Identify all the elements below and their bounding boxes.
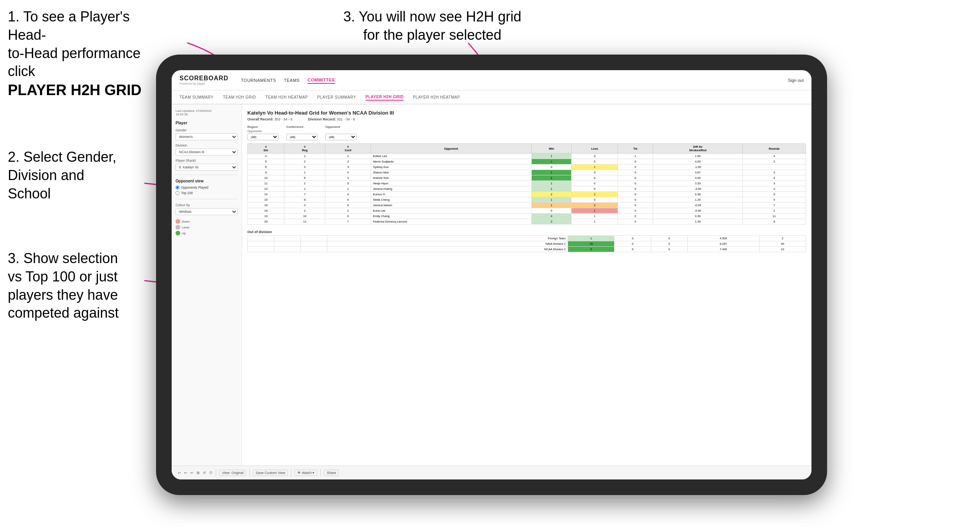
table-cell: 1 [531, 154, 572, 159]
table-cell: 0 [572, 175, 618, 181]
record-row: Overall Record: 353 - 34 - 6 Division Re… [247, 117, 806, 121]
table-cell: 7 [742, 203, 806, 208]
colour-by-label: Colour by [176, 203, 238, 207]
table-cell: 4.00 [653, 175, 743, 181]
view-original-btn[interactable]: View: Original [219, 470, 246, 476]
table-cell: -3.00 [653, 186, 743, 192]
step3-bottom-text: 3. Show selectionvs Top 100 or justplaye… [8, 250, 119, 321]
nav-teams[interactable]: TEAMS [284, 77, 300, 83]
table-cell: 7 [325, 219, 371, 225]
table-cell: 1 [572, 164, 618, 170]
nav-committee[interactable]: COMMITTEE [307, 77, 335, 84]
table-row: 914Sharon Mun1003.673 [248, 170, 806, 175]
table-cell: 11 [248, 181, 284, 186]
radio-top100[interactable]: Top 100 [176, 191, 238, 195]
bottom-toolbar: ↩ ↩ ↩ ⊞ ↺ ⏱ View: Original Save Custom V… [172, 465, 811, 479]
table-cell: 0 [618, 219, 653, 225]
reset-icon[interactable]: ↩ [190, 471, 194, 475]
conference-label: Conference [286, 125, 318, 129]
header-right: Sign out [788, 78, 804, 83]
subnav-player-h2h[interactable]: PLAYER H2H GRID [366, 94, 404, 101]
sign-out-link[interactable]: Sign out [788, 78, 804, 83]
ood-cell: 0 [651, 241, 688, 247]
legend-level-label: Level [182, 226, 189, 229]
player-rank-label: Player (Rank) [176, 159, 238, 163]
table-cell: Euna Lee [371, 208, 531, 214]
table-cell: 1 [531, 159, 572, 164]
subnav-player-heatmap[interactable]: PLAYER H2H HEATMAP [413, 94, 460, 100]
division-select[interactable]: NCAA Division III [176, 149, 238, 156]
table-cell: 2 [572, 192, 618, 197]
left-panel: Last Updated: 27/03/2024 16:55:38 Player… [172, 104, 242, 465]
refresh-icon[interactable]: ↺ [203, 471, 206, 475]
table-cell: 4 [742, 197, 806, 203]
gender-select[interactable]: Women's [176, 133, 238, 140]
table-cell: 3 [325, 175, 371, 181]
col-loss: Loss [572, 144, 618, 154]
radio-opponents-played[interactable]: Opponents Played [176, 186, 238, 189]
radio-top100-label: Top 100 [181, 191, 193, 195]
table-row: 1125Heejo Hyun1003.333 [248, 181, 806, 186]
ood-cell: 0 [614, 247, 651, 252]
subnav-team-heatmap[interactable]: TEAM H2H HEATMAP [265, 94, 308, 100]
tablet-device: SCOREBOARD Powered by clippd TOURNAMENTS… [156, 55, 827, 495]
opponent-label: Opponent [325, 125, 357, 129]
opponent-view-title: Opponent view [176, 179, 238, 183]
ood-cell: 10 [759, 247, 806, 252]
table-cell: 6 [248, 164, 284, 170]
toolbar-divider [216, 469, 216, 477]
table-cell: 6 [325, 203, 371, 208]
legend-area: Down Level Up [176, 219, 238, 235]
table-cell: 0 [618, 197, 653, 203]
table-cell: 0.38 [653, 192, 743, 197]
table-cell: 0 [618, 175, 653, 181]
opponent-select[interactable]: (All) [325, 134, 357, 140]
share-btn[interactable]: Share [324, 470, 339, 476]
table-cell: 2 [284, 181, 325, 186]
table-cell: 0 [572, 186, 618, 192]
watch-btn[interactable]: 👁 Watch ▾ [295, 470, 317, 476]
table-cell: -5.00 [653, 208, 743, 214]
table-cell: 0 [618, 181, 653, 186]
table-cell: 3 [284, 164, 325, 170]
save-custom-btn[interactable]: Save Custom View [253, 470, 288, 476]
col-opponent: Opponent [371, 144, 531, 154]
subnav-team-h2h[interactable]: TEAM H2H GRID [223, 94, 256, 100]
conference-select[interactable]: (All) [286, 134, 318, 140]
table-cell: -0.94 [653, 203, 743, 208]
table-cell: 5 [248, 159, 284, 164]
copy-icon[interactable]: ⊞ [197, 471, 200, 475]
table-cell: 0 [531, 164, 572, 170]
table-cell: -1.00 [653, 164, 743, 170]
table-cell: 3 [325, 164, 371, 170]
table-cell: 1 [618, 154, 653, 159]
colour-by-select[interactable]: Win/loss [176, 208, 238, 215]
redo-icon[interactable]: ↩ [184, 471, 187, 475]
legend-down: Down [176, 219, 238, 224]
table-cell: 2 [742, 186, 806, 192]
region-select[interactable]: (All) [247, 134, 279, 140]
table-cell: 1 [531, 197, 572, 203]
subnav-team-summary[interactable]: TEAM SUMMARY [179, 94, 214, 100]
table-cell: 16 [248, 203, 284, 208]
table-cell: 0 [572, 170, 618, 175]
ood-cell: 9.267 [687, 241, 759, 247]
table-row: 522Alexis Sudjianto1004.003 [248, 159, 806, 164]
table-cell: Sydney Kuo [371, 164, 531, 170]
table-cell: 1 [572, 219, 618, 225]
clock-icon[interactable]: ⏱ [209, 471, 213, 475]
ood-name: NAIA Division 1 [327, 241, 568, 247]
table-cell: 0 [618, 170, 653, 175]
table-row: 20117Federica Domecq Lacroze2101.336 [248, 219, 806, 225]
player-rank-select[interactable]: 8. Katelyn Vo [176, 164, 238, 171]
table-cell: 0 [618, 192, 653, 197]
undo-icon[interactable]: ↩ [178, 471, 181, 475]
table-cell: Esther Lee [371, 154, 531, 159]
table-cell: 18 [248, 208, 284, 214]
subnav-player-summary[interactable]: PLAYER SUMMARY [317, 94, 356, 100]
table-cell: 10 [248, 175, 284, 181]
table-row: 1063Andrea York2004.004 [248, 175, 806, 181]
nav-tournaments[interactable]: TOURNAMENTS [241, 77, 276, 83]
toolbar-divider3 [291, 469, 291, 477]
col-win: Win [531, 144, 572, 154]
